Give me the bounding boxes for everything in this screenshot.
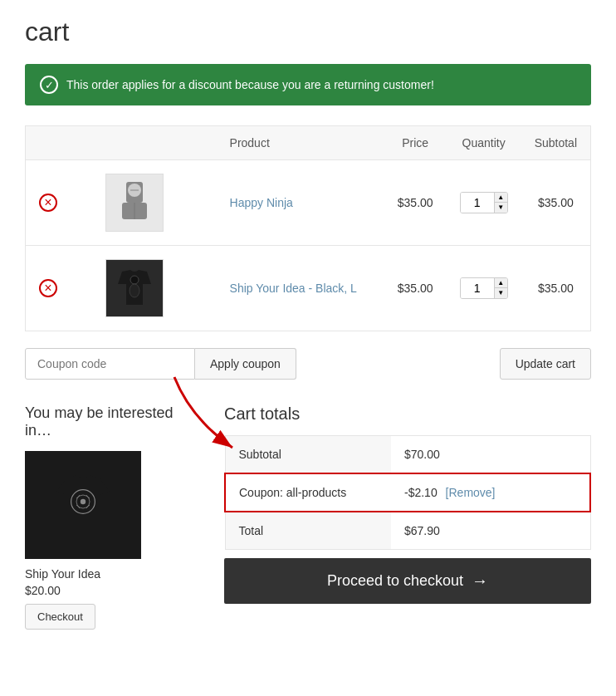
total-label: Total [225,512,391,550]
svg-point-6 [130,284,139,297]
remove-item-button-2[interactable] [39,279,57,297]
totals-coupon-row: Coupon: all-products -$2.10 [Remove] [225,473,590,512]
product-link-ship-idea[interactable]: Ship Your Idea - Black, L [230,282,357,295]
proceed-label: Proceed to checkout [327,572,463,590]
coupon-value-cell: -$2.10 [Remove] [391,473,590,512]
quantity-input-wrap-2: ▲ ▼ [460,277,508,299]
coupon-row: Apply coupon Update cart [25,348,591,380]
table-row: Happy Ninja $35.00 ▲ ▼ $35.00 [26,160,591,246]
ninja-svg [114,178,155,228]
svg-point-8 [81,499,86,504]
price-cell-1: $35.00 [384,160,447,246]
suggested-product-card: Ship Your Idea $20.00 Checkout [25,451,191,630]
quantity-cell-2: ▲ ▼ [447,246,521,331]
tshirt-svg [50,472,116,538]
cart-totals-heading: Cart totals [224,404,591,424]
suggested-product-price: $20.00 [25,584,191,597]
qty-up-2[interactable]: ▲ [494,278,507,288]
discount-banner-text: This order applies for a discount becaus… [66,78,434,91]
col-header-subtotal: Subtotal [521,126,591,160]
discount-banner: This order applies for a discount becaus… [25,64,591,105]
quantity-input-wrap: ▲ ▼ [460,192,508,213]
page-title: cart [25,17,591,47]
totals-table: Subtotal $70.00 Coupon: all-products -$2… [224,435,591,550]
cart-table: Product Price Quantity Subtotal [25,125,591,331]
totals-subtotal-row: Subtotal $70.00 [225,436,590,474]
update-cart-button[interactable]: Update cart [500,348,591,380]
product-image [105,174,164,232]
product-image-cell-2 [92,246,217,331]
qty-down-1[interactable]: ▼ [494,203,507,213]
product-image-hoodie [105,259,164,317]
coupon-value: -$2.10 [404,486,438,499]
remove-cell [26,160,92,246]
product-name-cell-2: Ship Your Idea - Black, L [217,246,384,331]
cart-totals-section: Cart totals Subtotal $70.00 [224,404,591,604]
remove-item-button[interactable] [39,194,57,212]
suggested-product-image [25,451,141,559]
suggested-product-name: Ship Your Idea [25,567,191,581]
quantity-input-2[interactable] [461,278,494,298]
total-value: $67.90 [391,512,590,550]
bottom-section: You may be interested in… Ship Your Idea… [25,404,591,630]
product-link-happy-ninja[interactable]: Happy Ninja [230,196,293,209]
check-icon [40,76,58,94]
quantity-input-1[interactable] [461,193,494,213]
product-name-cell: Happy Ninja [217,160,384,246]
coupon-label: Coupon: all-products [225,473,391,512]
coupon-input[interactable] [25,348,195,380]
col-header-product-name: Product [217,126,384,160]
coupon-remove-link[interactable]: [Remove] [446,486,496,499]
quantity-cell-1: ▲ ▼ [447,160,521,246]
totals-total-row: Total $67.90 [225,512,590,550]
quantity-arrows: ▲ ▼ [494,193,507,213]
col-header-quantity: Quantity [447,126,521,160]
quantity-arrows-2: ▲ ▼ [494,278,507,298]
subtotal-value: $70.00 [391,436,590,474]
hoodie-svg [114,263,155,313]
proceed-to-checkout-button[interactable]: Proceed to checkout → [224,558,591,604]
apply-coupon-button[interactable]: Apply coupon [195,348,296,380]
subtotal-cell-2: $35.00 [521,246,591,331]
you-may-like-section: You may be interested in… Ship Your Idea… [25,404,191,630]
subtotal-label: Subtotal [225,436,391,474]
qty-down-2[interactable]: ▼ [494,288,507,298]
page-container: cart This order applies for a discount b… [0,0,616,646]
remove-cell [26,246,92,331]
you-may-like-heading: You may be interested in… [25,404,191,439]
suggested-checkout-button[interactable]: Checkout [25,604,95,630]
proceed-arrow: → [472,571,488,591]
price-cell-2: $35.00 [384,246,447,331]
product-image-cell [92,160,217,246]
table-row: Ship Your Idea - Black, L $35.00 ▲ ▼ $35… [26,246,591,331]
subtotal-cell-1: $35.00 [521,160,591,246]
svg-point-5 [130,276,139,284]
col-header-product [26,126,217,160]
qty-up-1[interactable]: ▲ [494,193,507,203]
totals-with-annotation: Subtotal $70.00 Coupon: all-products -$2… [224,435,591,550]
col-header-price: Price [384,126,447,160]
